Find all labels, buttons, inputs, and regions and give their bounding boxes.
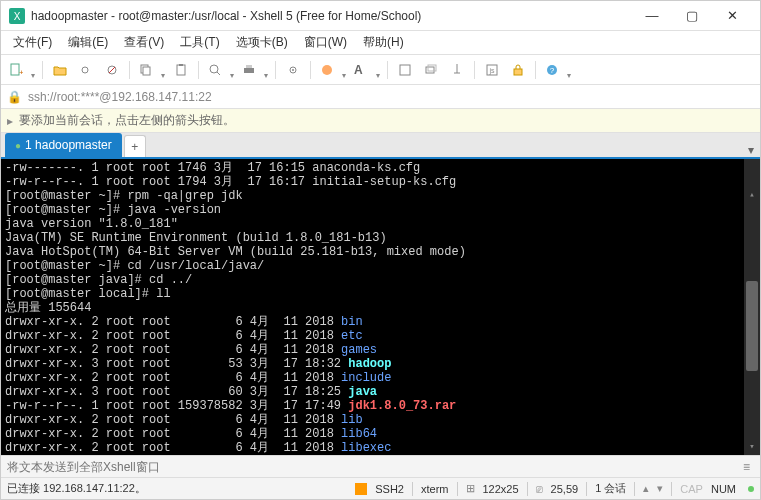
gear-icon	[286, 63, 300, 77]
tab-add-button[interactable]: +	[124, 135, 146, 157]
send-bar: ≡	[1, 455, 760, 477]
lock-icon	[511, 63, 525, 77]
term-line: java version "1.8.0_181"	[5, 217, 178, 231]
status-led-icon	[748, 486, 754, 492]
close-button[interactable]: ✕	[712, 1, 752, 31]
svg-rect-18	[426, 67, 434, 73]
menu-edit[interactable]: 编辑(E)	[60, 32, 116, 53]
dir-name: hadoop	[348, 357, 391, 371]
term-line: drwxr-xr-x. 2 root root 6 4月 11 2018	[5, 315, 341, 329]
svg-line-5	[109, 67, 115, 73]
menu-tools[interactable]: 工具(T)	[172, 32, 227, 53]
term-line: -rw-r--r--. 1 root root 1794 3月 17 16:17…	[5, 175, 456, 189]
maximize-button[interactable]: ▢	[672, 1, 712, 31]
terminal-scrollbar[interactable]: ▴ ▾	[744, 159, 760, 455]
minimize-button[interactable]: —	[632, 1, 672, 31]
cursor-pos-icon: ⎚	[536, 483, 543, 495]
address-text[interactable]: ssh://root:****@192.168.147.11:22	[28, 90, 212, 104]
dir-name: java	[348, 385, 377, 399]
scroll-down-icon[interactable]: ▾	[744, 439, 760, 455]
term-line: drwxr-xr-x. 3 root root 60 3月 17 18:25	[5, 385, 348, 399]
layers-icon	[424, 63, 438, 77]
svg-point-10	[210, 65, 218, 73]
help-button[interactable]: ?	[541, 58, 573, 82]
titlebar: X hadoopmaster - root@master:/usr/local …	[1, 1, 760, 31]
copy-button[interactable]	[135, 58, 167, 82]
terminal[interactable]: -rw-------. 1 root root 1746 3月 17 16:15…	[1, 159, 760, 455]
tab-label: 1 hadoopmaster	[25, 138, 112, 152]
address-bar: 🔒 ssh://root:****@192.168.147.11:22	[1, 85, 760, 109]
menu-tabs[interactable]: 选项卡(B)	[228, 32, 296, 53]
help-icon: ?	[545, 63, 559, 77]
search-icon	[208, 63, 222, 77]
disconnect-button[interactable]	[100, 58, 124, 82]
link-icon	[79, 63, 93, 77]
svg-rect-25	[355, 483, 367, 495]
paste-button[interactable]	[169, 58, 193, 82]
svg-text:?: ?	[550, 66, 555, 75]
svg-text:js: js	[488, 67, 495, 75]
term-line: [root@master java]# cd ../	[5, 273, 192, 287]
toolbar: + A js ?	[1, 55, 760, 85]
chevron-up-icon[interactable]: ▴	[643, 482, 649, 495]
font-icon: A	[354, 63, 363, 77]
status-num: NUM	[711, 483, 736, 495]
status-size: 122x25	[483, 483, 519, 495]
tab-bar: ●1 hadoopmaster + ▾	[1, 133, 760, 159]
arrow-add-icon[interactable]: ▸	[7, 114, 13, 128]
file-plus-icon: +	[9, 63, 23, 77]
tab-overflow-button[interactable]: ▾	[742, 143, 760, 157]
protocol-icon	[355, 483, 367, 495]
term-line: [root@master ~]# java -version	[5, 203, 221, 217]
term-line: drwxr-xr-x. 2 root root 6 4月 11 2018	[5, 441, 341, 455]
broadcast-input[interactable]	[7, 460, 739, 474]
find-button[interactable]	[204, 58, 236, 82]
status-connection: 已连接 192.168.147.11:22。	[7, 481, 146, 496]
term-line: Java HotSpot(TM) 64-Bit Server VM (build…	[5, 245, 466, 259]
new-session-button[interactable]: +	[5, 58, 37, 82]
dir-name: etc	[341, 329, 363, 343]
status-dot-icon: ●	[15, 140, 21, 151]
svg-point-15	[292, 69, 294, 71]
print-button[interactable]	[238, 58, 270, 82]
scroll-track[interactable]	[744, 175, 760, 439]
transparent-button[interactable]	[419, 58, 443, 82]
term-line: [root@master local]# ll	[5, 287, 171, 301]
svg-rect-7	[143, 67, 150, 75]
window-title: hadoopmaster - root@master:/usr/local - …	[31, 9, 632, 23]
svg-text:X: X	[14, 11, 21, 22]
tab-hadoopmaster[interactable]: ●1 hadoopmaster	[5, 133, 122, 157]
menu-help[interactable]: 帮助(H)	[355, 32, 412, 53]
chevron-down-icon[interactable]: ▾	[657, 482, 663, 495]
status-cap: CAP	[680, 483, 703, 495]
color-button[interactable]	[316, 58, 348, 82]
term-line: -rw-------. 1 root root 1746 3月 17 16:15…	[5, 161, 420, 175]
dir-name: lib64	[341, 427, 377, 441]
scroll-thumb[interactable]	[746, 281, 758, 371]
send-menu-icon[interactable]: ≡	[739, 460, 754, 474]
font-button[interactable]: A	[350, 58, 382, 82]
fullscreen-button[interactable]	[393, 58, 417, 82]
svg-rect-13	[246, 65, 252, 68]
paste-icon	[174, 63, 188, 77]
svg-rect-19	[428, 65, 436, 71]
term-line: -rw-r--r--. 1 root root 159378582 3月 17 …	[5, 399, 348, 413]
open-button[interactable]	[48, 58, 72, 82]
script-button[interactable]: js	[480, 58, 504, 82]
printer-icon	[242, 63, 256, 77]
term-line: drwxr-xr-x. 2 root root 6 4月 11 2018	[5, 371, 341, 385]
term-line: drwxr-xr-x. 2 root root 6 4月 11 2018	[5, 427, 341, 441]
ontop-button[interactable]	[445, 58, 469, 82]
lock-button[interactable]	[506, 58, 530, 82]
svg-rect-17	[400, 65, 410, 75]
svg-rect-9	[179, 64, 183, 66]
menu-file[interactable]: 文件(F)	[5, 32, 60, 53]
dir-name: include	[341, 371, 391, 385]
reconnect-button[interactable]	[74, 58, 98, 82]
tip-text: 要添加当前会话，点击左侧的箭头按钮。	[19, 112, 235, 129]
lock-closed-icon: 🔒	[7, 90, 22, 104]
term-line: 总用量 155644	[5, 301, 91, 315]
menu-view[interactable]: 查看(V)	[116, 32, 172, 53]
menu-window[interactable]: 窗口(W)	[296, 32, 355, 53]
properties-button[interactable]	[281, 58, 305, 82]
